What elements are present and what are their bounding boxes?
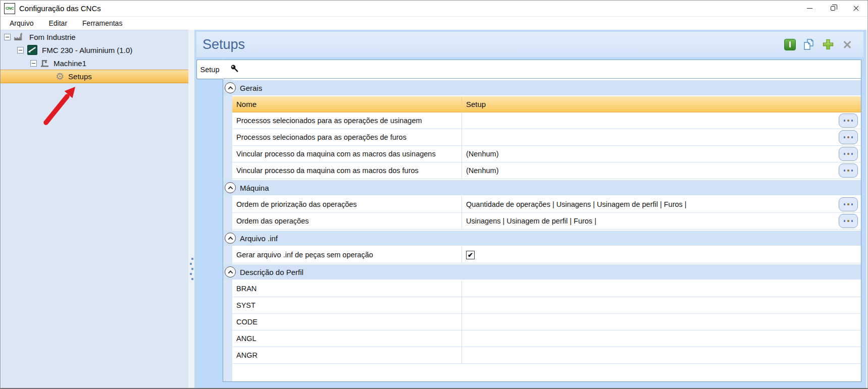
collapse-expander-icon[interactable]	[4, 34, 11, 40]
tree-node-label: FMC 230 - Aluminium (1.0)	[42, 46, 132, 54]
panel-header: Setups	[196, 32, 863, 57]
ellipsis-button[interactable]	[839, 197, 858, 211]
property-row: BRAN	[232, 281, 861, 297]
restore-button[interactable]	[821, 1, 844, 17]
ellipsis-button[interactable]	[839, 163, 858, 178]
property-name: Processos selecionados para as operações…	[232, 129, 462, 145]
ellipsis-button[interactable]	[839, 147, 858, 161]
property-name: CODE	[232, 314, 462, 330]
section-title: Arquivo .inf	[240, 234, 278, 243]
property-name: Ordem de priorização das operações	[232, 196, 462, 212]
filter-input[interactable]	[244, 63, 861, 76]
property-row: Processos selecionados para as operações…	[232, 113, 861, 129]
property-name: Gerar arquivo .inf de peças sem operação	[232, 247, 462, 263]
property-value[interactable]	[462, 330, 861, 347]
tree-node-machine1[interactable]: Machine1	[1, 57, 188, 70]
ellipsis-button[interactable]	[839, 114, 858, 128]
grid-header-row: Nome Setup	[232, 96, 861, 113]
property-value[interactable]	[462, 347, 861, 363]
section-title: Descrição do Perfil	[240, 268, 303, 276]
info-button[interactable]	[784, 39, 796, 50]
delete-button[interactable]	[841, 38, 853, 50]
key-filter-icon	[230, 64, 239, 75]
menu-arquivo[interactable]: Arquivo	[10, 19, 33, 27]
property-name: ANGR	[232, 347, 462, 363]
gear-icon: ⚙	[56, 72, 64, 81]
window-title: Configuração das CNCs	[19, 4, 101, 13]
property-value[interactable]: Usinagens | Usinagem de perfil | Furos |	[462, 213, 861, 229]
menu-editar[interactable]: Editar	[48, 19, 67, 27]
add-button[interactable]	[822, 38, 834, 50]
property-value[interactable]	[462, 113, 861, 129]
property-name: SYST	[232, 297, 462, 313]
panel-toolbar	[784, 38, 853, 50]
collapse-chevron-icon[interactable]	[225, 266, 236, 277]
property-name: Vincular processo da maquina com as macr…	[232, 146, 462, 162]
property-name: Processos selecionados para as operações…	[232, 113, 462, 129]
collapse-chevron-icon[interactable]	[225, 82, 236, 93]
property-row: Vincular processo da maquina com as macr…	[232, 146, 861, 162]
factory-icon	[14, 33, 25, 41]
ellipsis-button[interactable]	[839, 214, 858, 228]
tab-setup[interactable]: Setup	[196, 60, 223, 79]
detail-panel: Setups	[194, 30, 866, 388]
checkbox-checked[interactable]: ✔	[466, 251, 475, 259]
collapse-expander-icon[interactable]	[17, 47, 24, 53]
copy-icon	[803, 38, 815, 50]
copy-button[interactable]	[803, 38, 815, 50]
property-value: ✔	[462, 247, 861, 263]
annotation-arrow	[40, 82, 82, 128]
machine-icon	[40, 59, 49, 67]
property-value[interactable]: (Nenhum)	[462, 146, 861, 162]
app-icon-text: CNC	[6, 6, 14, 11]
settings-content: Gerais Nome Setup Processos selecionados…	[223, 60, 861, 382]
menu-bar: Arquivo Editar Ferramentas	[1, 17, 867, 30]
section-title: Máquina	[240, 184, 269, 192]
ellipsis-button[interactable]	[839, 130, 858, 144]
property-name: BRAN	[232, 281, 462, 297]
tab-setup-label: Setup	[200, 66, 220, 74]
section-header-gerais[interactable]: Gerais	[223, 80, 861, 95]
tree-node-label: Machine1	[54, 59, 86, 68]
property-value[interactable]	[462, 314, 861, 330]
section-header-arquivo-inf[interactable]: Arquivo .inf	[223, 231, 861, 246]
property-value[interactable]	[462, 297, 861, 313]
app-icon: CNC	[4, 3, 15, 14]
panel-title: Setups	[196, 37, 245, 52]
property-name: Vincular processo da maquina com as macr…	[232, 162, 462, 179]
menu-ferramentas[interactable]: Ferramentas	[82, 19, 122, 27]
property-row: Gerar arquivo .inf de peças sem operação…	[232, 247, 861, 263]
filter-row	[223, 60, 861, 79]
tree-node-setups[interactable]: ⚙ Setups	[1, 70, 188, 83]
property-value[interactable]: (Nenhum)	[462, 162, 861, 179]
close-icon	[853, 5, 859, 12]
splitter-grip-icon	[189, 258, 193, 283]
close-button[interactable]	[844, 1, 867, 17]
tree-node-label: Fom Industrie	[29, 33, 76, 41]
tree-node-label: Setups	[68, 72, 92, 81]
close-x-icon	[843, 40, 851, 48]
property-row: ANGL	[232, 330, 861, 347]
section-header-descricao-perfil[interactable]: Descrição do Perfil	[223, 264, 861, 280]
plus-icon	[822, 38, 834, 50]
info-icon	[789, 41, 791, 47]
property-value[interactable]	[462, 129, 861, 145]
collapse-chevron-icon[interactable]	[225, 233, 236, 244]
column-header-nome[interactable]: Nome	[232, 96, 462, 112]
minimize-button[interactable]	[798, 1, 821, 17]
tree-node-fmc-230[interactable]: FMC 230 - Aluminium (1.0)	[1, 43, 188, 57]
property-row: ANGR	[232, 347, 861, 364]
splitter[interactable]	[188, 30, 194, 388]
property-value[interactable]	[462, 281, 861, 297]
tree-node-fom-industrie[interactable]: Fom Industrie	[1, 30, 188, 43]
collapse-expander-icon[interactable]	[30, 60, 37, 67]
collapse-chevron-icon[interactable]	[225, 182, 236, 193]
check-icon: ✔	[468, 251, 473, 258]
machine-logo-icon	[27, 45, 37, 55]
section-header-maquina[interactable]: Máquina	[223, 180, 861, 195]
property-value[interactable]: Quantidade de operações | Usinagens | Us…	[462, 196, 861, 212]
column-header-setup[interactable]: Setup	[462, 96, 861, 112]
section-title: Gerais	[240, 84, 262, 92]
property-name: Ordem das operações	[232, 213, 462, 229]
property-name: ANGL	[232, 330, 462, 347]
